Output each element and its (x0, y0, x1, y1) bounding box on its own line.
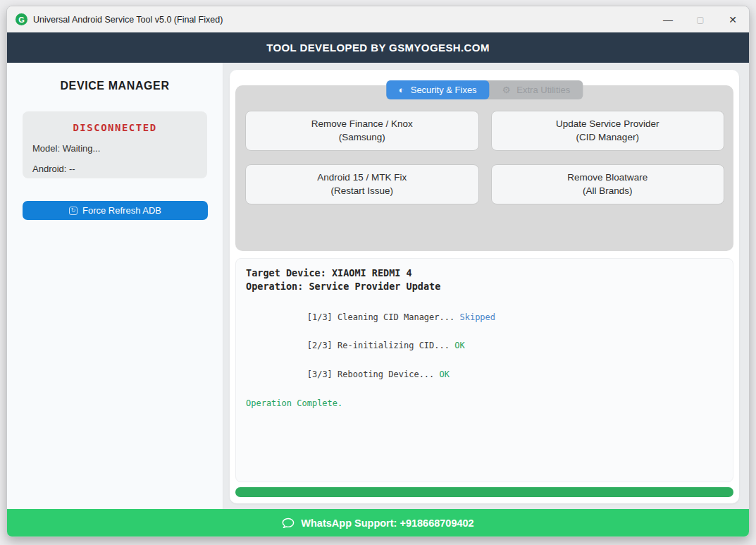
android-version-label: Android: -- (32, 164, 197, 174)
maximize-icon[interactable]: ▢ (684, 6, 717, 32)
content-card: ◐ Security & Fixes ⚙ Extra Utilities Rem… (230, 70, 739, 503)
action-line1: Update Service Provider (556, 118, 659, 130)
title-bar: G Universal Android Service Tool v5.0 (F… (7, 6, 749, 32)
operation-line: Operation: Service Provider Update (246, 280, 723, 293)
half-circle-icon: ◐ (399, 85, 404, 95)
log-text: [1/3] Cleaning CID Manager... (307, 312, 460, 322)
device-model-label: Model: Waiting... (32, 143, 197, 154)
target-device-line: Target Device: XIAOMI REDMI 4 (246, 267, 723, 280)
action-line2: (Restart Issue) (330, 185, 393, 197)
minimize-icon[interactable]: — (652, 6, 684, 32)
action-button-grid: Remove Finance / Knox (Samsung) Update S… (245, 111, 724, 204)
operation-complete-line: Operation Complete. (246, 399, 723, 409)
content-area: ◐ Security & Fixes ⚙ Extra Utilities Rem… (223, 63, 749, 509)
developer-banner: TOOL DEVELOPED BY GSMYOGESH.COM (7, 32, 749, 63)
sidebar-title: DEVICE MANAGER (7, 80, 223, 92)
tab-label: Security & Fixes (411, 85, 477, 95)
chat-bubble-icon (282, 518, 295, 529)
device-manager-sidebar: DEVICE MANAGER DISCONNECTED Model: Waiti… (7, 63, 223, 509)
log-line: [1/3] Cleaning CID Manager... Skipped (246, 303, 723, 332)
window-controls: — ▢ ✕ (652, 6, 749, 32)
log-status-ok: OK (454, 341, 464, 350)
action-line1: Remove Bloatware (567, 171, 647, 184)
android15-mtk-fix-button[interactable]: Android 15 / MTK Fix (Restart Issue) (245, 164, 479, 204)
connection-status: DISCONNECTED (32, 122, 197, 133)
close-icon[interactable]: ✕ (717, 6, 749, 32)
log-status-ok: OK (440, 369, 450, 379)
progress-bar-track (235, 487, 733, 497)
app-window: G Universal Android Service Tool v5.0 (F… (6, 6, 750, 537)
operation-log-console: Target Device: XIAOMI REDMI 4 Operation:… (235, 258, 733, 482)
main-area: DEVICE MANAGER DISCONNECTED Model: Waiti… (7, 63, 749, 509)
tab-label: Extra Utilities (516, 85, 570, 95)
device-status-box: DISCONNECTED Model: Waiting... Android: … (23, 111, 207, 178)
log-line: [3/3] Rebooting Device... OK (246, 360, 723, 389)
action-line2: (CID Manager) (576, 131, 639, 144)
whatsapp-support-bar[interactable]: WhatsApp Support: +918668709402 (7, 509, 749, 537)
progress-bar-fill (235, 487, 733, 497)
remove-bloatware-button[interactable]: Remove Bloatware (All Brands) (491, 164, 725, 204)
support-label: WhatsApp Support: +918668709402 (301, 518, 473, 529)
tab-extra-utilities[interactable]: ⚙ Extra Utilities (490, 80, 583, 99)
window-title: Universal Android Service Tool v5.0 (Fin… (33, 15, 223, 25)
force-refresh-adb-button[interactable]: ↻ Force Refresh ADB (23, 201, 208, 220)
action-line1: Remove Finance / Knox (311, 118, 413, 130)
app-logo-icon: G (16, 13, 27, 25)
actions-panel-wrap: ◐ Security & Fixes ⚙ Extra Utilities Rem… (235, 85, 733, 251)
log-text: [3/3] Rebooting Device... (307, 369, 440, 379)
refresh-button-label: Force Refresh ADB (82, 205, 161, 216)
refresh-icon: ↻ (69, 207, 78, 215)
update-service-provider-button[interactable]: Update Service Provider (CID Manager) (491, 111, 725, 151)
actions-panel: Remove Finance / Knox (Samsung) Update S… (235, 85, 733, 251)
tab-bar: ◐ Security & Fixes ⚙ Extra Utilities (386, 80, 583, 99)
action-line2: (All Brands) (583, 185, 633, 197)
action-line1: Android 15 / MTK Fix (317, 171, 407, 184)
gear-icon: ⚙ (502, 85, 511, 95)
tab-security-fixes[interactable]: ◐ Security & Fixes (386, 80, 490, 99)
log-line: [2/3] Re-initializing CID... OK (246, 332, 723, 361)
log-text: [2/3] Re-initializing CID... (307, 341, 455, 350)
action-line2: (Samsung) (339, 131, 385, 144)
log-status-skipped: Skipped (459, 312, 495, 322)
remove-finance-knox-button[interactable]: Remove Finance / Knox (Samsung) (245, 111, 479, 151)
